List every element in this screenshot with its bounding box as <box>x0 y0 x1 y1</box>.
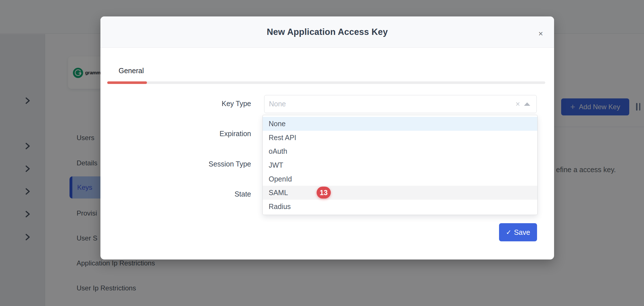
new-access-key-modal: New Application Access Key × General Key… <box>100 16 554 259</box>
modal-title: New Application Access Key <box>267 27 388 37</box>
application-settings-page: grammarly Users Details Keys Provisi Use… <box>0 0 644 306</box>
tab-general[interactable]: General <box>119 66 144 75</box>
state-label: State <box>100 190 251 198</box>
tab-active-underline <box>107 81 147 84</box>
dropdown-option-saml[interactable]: SAML 13 <box>263 186 537 200</box>
modal-header: New Application Access Key × <box>100 16 554 48</box>
key-type-label: Key Type <box>100 99 251 108</box>
session-type-label: Session Type <box>100 160 251 168</box>
dropdown-option-radius[interactable]: Radius <box>263 200 537 214</box>
close-icon[interactable]: × <box>536 29 545 38</box>
dropdown-option-saml-label: SAML <box>269 189 288 197</box>
dropdown-option-rest-api[interactable]: Rest API <box>263 131 537 145</box>
key-type-select-placeholder: None <box>269 100 286 108</box>
expiration-label: Expiration <box>100 129 251 138</box>
save-button[interactable]: ✓ Save <box>499 223 537 241</box>
save-button-label: Save <box>514 228 530 237</box>
dropdown-option-none[interactable]: None <box>263 117 537 131</box>
dropdown-option-jwt[interactable]: JWT <box>263 158 537 172</box>
key-type-dropdown-list: None Rest API oAuth JWT OpenId SAML 13 R… <box>262 115 538 215</box>
click-count-badge: 13 <box>317 187 331 199</box>
key-type-select[interactable]: None × <box>264 95 537 113</box>
check-icon: ✓ <box>506 229 511 236</box>
dropdown-option-oauth[interactable]: oAuth <box>263 144 537 158</box>
tab-progress-track <box>107 81 545 84</box>
caret-up-icon[interactable] <box>524 102 530 106</box>
dropdown-option-openid[interactable]: OpenId <box>263 172 537 186</box>
clear-icon[interactable]: × <box>515 100 520 108</box>
